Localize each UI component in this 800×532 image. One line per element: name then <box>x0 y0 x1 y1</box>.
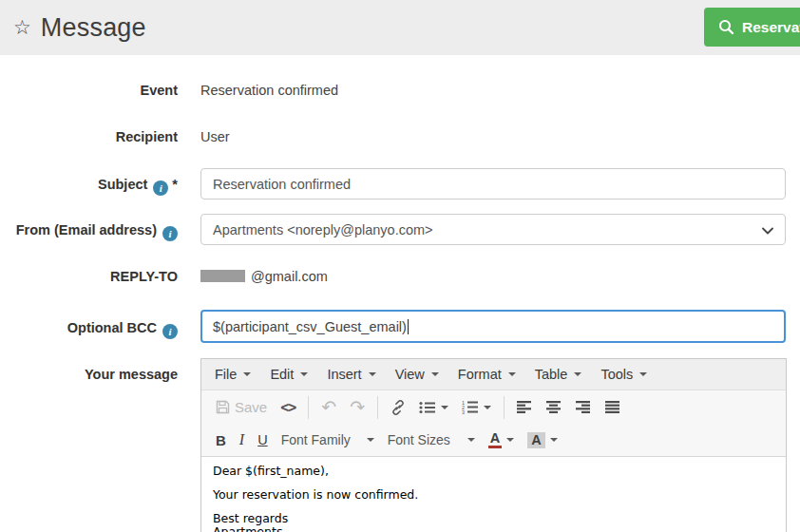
from-email-label: From (Email address)i <box>0 221 178 241</box>
editor-toolbar-row1: Save <> ↶ ↷ 1 2 3 <box>201 390 786 424</box>
caret-down-icon <box>243 372 251 376</box>
message-label: Your message <box>0 366 178 383</box>
save-button[interactable]: Save <box>209 394 274 421</box>
from-email-selected-value: Apartments <noreply@planyo.com> <box>213 222 433 238</box>
bcc-input[interactable]: $(participant_csv_Guest_email) <box>200 310 786 343</box>
editor-content-area[interactable]: Dear $(first_name), Your reservation is … <box>201 457 786 532</box>
bullet-list-button[interactable] <box>412 394 455 421</box>
message-signature: Best regardsApartments <box>213 512 774 532</box>
align-right-button[interactable] <box>569 394 599 421</box>
font-sizes-dropdown[interactable]: Font Sizes <box>381 427 482 453</box>
caret-down-icon <box>369 372 376 376</box>
reply-to-label: REPLY-TO <box>0 268 178 285</box>
redo-button[interactable]: ↷ <box>343 394 371 421</box>
caret-down-icon <box>574 372 581 376</box>
source-code-button[interactable]: <> <box>274 394 302 421</box>
bcc-input-value: $(participant_csv_Guest_email) <box>213 319 407 334</box>
underline-button[interactable]: U <box>251 427 274 453</box>
align-justify-button[interactable] <box>599 394 628 421</box>
caret-down-icon <box>508 372 516 376</box>
chevron-down-icon <box>762 227 773 235</box>
page-title: Message <box>41 13 146 43</box>
font-family-dropdown[interactable]: Font Family <box>275 427 381 453</box>
reservations-button[interactable]: Reservations <box>704 8 800 47</box>
insert-link-button[interactable] <box>384 394 412 421</box>
bcc-label: Optional BCCi <box>0 319 178 339</box>
menu-file[interactable]: File <box>205 359 260 390</box>
caret-down-icon <box>484 406 491 409</box>
bold-button[interactable]: B <box>209 427 233 453</box>
toolbar-separator <box>504 396 505 419</box>
undo-button[interactable]: ↶ <box>314 394 343 421</box>
subject-label: Subjecti* <box>0 176 178 196</box>
align-center-icon <box>546 401 562 413</box>
favorite-star-icon[interactable]: ☆ <box>13 16 31 39</box>
numbered-list-button[interactable]: 1 2 3 <box>455 394 498 421</box>
recipient-label: Recipient <box>0 128 178 145</box>
backcolor-icon: A <box>527 432 544 448</box>
subject-info-icon[interactable]: i <box>153 180 168 196</box>
menu-edit[interactable]: Edit <box>260 359 317 390</box>
message-line: Dear $(first_name), <box>213 465 774 478</box>
background-color-button[interactable]: A <box>521 427 563 453</box>
caret-down-icon <box>300 372 308 376</box>
redo-icon: ↷ <box>350 398 365 416</box>
caret-down-icon <box>467 438 475 442</box>
floppy-disk-icon <box>216 400 230 414</box>
recipient-value: User <box>200 128 230 145</box>
align-justify-icon <box>605 401 621 413</box>
editor-toolbar-row2: B I U Font Family Font Sizes A A <box>201 424 786 457</box>
bullet-list-icon <box>419 401 436 414</box>
text-caret <box>408 319 409 334</box>
caret-down-icon <box>441 406 448 409</box>
forecolor-icon: A <box>488 431 502 448</box>
caret-down-icon <box>431 372 439 376</box>
numbered-list-icon: 1 2 3 <box>462 400 479 414</box>
caret-down-icon <box>367 438 374 442</box>
redacted-email-block <box>200 270 245 282</box>
subject-required-mark: * <box>172 177 178 192</box>
bcc-info-icon[interactable]: i <box>162 324 178 339</box>
caret-down-icon <box>639 372 647 376</box>
undo-icon: ↶ <box>321 398 336 416</box>
reservations-button-label: Reservations <box>742 19 800 36</box>
page-header: ☆ Message <box>0 0 800 55</box>
caret-down-icon <box>506 438 514 442</box>
reply-to-domain: @gmail.com <box>251 269 328 284</box>
message-editor: File Edit Insert View Format Table Tools… <box>200 358 787 532</box>
editor-menubar: File Edit Insert View Format Table Tools <box>201 359 786 390</box>
event-label: Event <box>0 82 178 99</box>
message-line: Your reservation is now confirmed. <box>213 488 774 502</box>
from-email-info-icon[interactable]: i <box>162 226 178 241</box>
svg-text:3: 3 <box>462 409 465 414</box>
align-left-button[interactable] <box>510 394 540 421</box>
toolbar-separator <box>308 396 309 419</box>
text-color-button[interactable]: A <box>482 427 521 453</box>
reply-to-value: @gmail.com <box>200 268 328 285</box>
align-right-icon <box>576 401 592 413</box>
menu-tools[interactable]: Tools <box>591 359 657 390</box>
align-center-button[interactable] <box>540 394 569 421</box>
link-icon <box>390 400 406 415</box>
search-icon <box>718 19 734 35</box>
menu-insert[interactable]: Insert <box>317 359 385 390</box>
subject-input[interactable] <box>200 168 786 200</box>
event-value: Reservation confirmed <box>200 82 338 99</box>
from-email-select[interactable]: Apartments <noreply@planyo.com> <box>200 214 786 245</box>
menu-view[interactable]: View <box>386 359 448 390</box>
align-left-icon <box>517 401 533 413</box>
code-icon: <> <box>280 399 295 416</box>
caret-down-icon <box>550 438 558 442</box>
toolbar-separator <box>377 396 378 419</box>
italic-button[interactable]: I <box>233 427 251 453</box>
menu-format[interactable]: Format <box>448 359 525 390</box>
menu-table[interactable]: Table <box>525 359 592 390</box>
